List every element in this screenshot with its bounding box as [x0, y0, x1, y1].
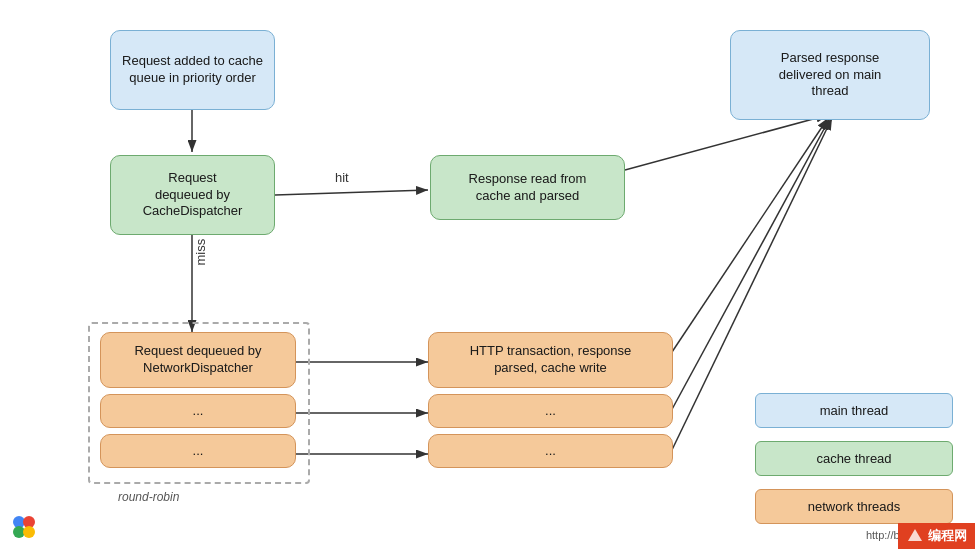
watermark: 编程网	[898, 523, 975, 549]
network-dispatcher-node-1: Request dequeued byNetworkDispatcher	[100, 332, 296, 388]
round-robin-label: round-robin	[118, 490, 179, 504]
http-transaction-node-2: ...	[428, 394, 673, 428]
network-dispatcher-node-2: ...	[100, 394, 296, 428]
svg-line-3	[275, 190, 428, 195]
svg-marker-16	[908, 529, 922, 541]
network-dispatcher-node-3: ...	[100, 434, 296, 468]
cache-dispatcher-node: Requestdequeued byCacheDispatcher	[110, 155, 275, 235]
svg-line-6	[670, 118, 828, 355]
parsed-response-node: Parsed responsedelivered on mainthread	[730, 30, 930, 120]
hit-label: hit	[335, 170, 349, 185]
miss-label: miss	[193, 239, 208, 266]
svg-line-7	[670, 118, 830, 413]
legend-main-thread: main thread	[755, 393, 953, 428]
http-transaction-node-3: ...	[428, 434, 673, 468]
svg-point-15	[23, 526, 35, 538]
legend-cache-thread: cache thread	[755, 441, 953, 476]
response-cache-node: Response read fromcache and parsed	[430, 155, 625, 220]
diagram-container: Request added to cache queue in priority…	[0, 0, 975, 549]
legend-network-threads: network threads	[755, 489, 953, 524]
svg-line-5	[625, 115, 828, 170]
http-transaction-node-1: HTTP transaction, responseparsed, cache …	[428, 332, 673, 388]
logo-icon	[10, 513, 38, 541]
cache-queue-node: Request added to cache queue in priority…	[110, 30, 275, 110]
